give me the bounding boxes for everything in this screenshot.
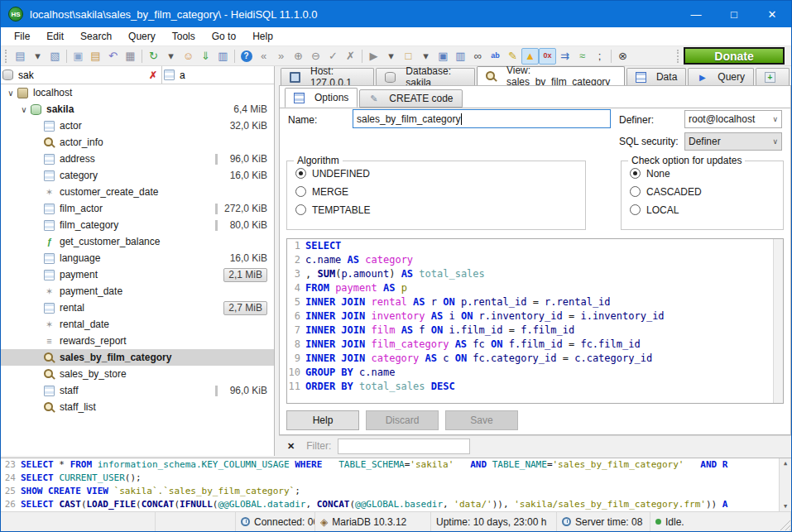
clear-database-filter-button[interactable]: ✗ (146, 69, 160, 81)
tree-item-sales-by-film-category[interactable]: sales_by_film_category (1, 349, 274, 366)
export-database-button[interactable]: ⇓ (197, 48, 214, 65)
tree-item-actor[interactable]: actor32,0 KiB (1, 117, 274, 134)
menu-edit[interactable]: Edit (38, 28, 72, 45)
tab-query[interactable]: ▶Query (688, 68, 754, 85)
help-button[interactable]: Help (286, 410, 359, 430)
name-input[interactable]: sales_by_film_category (353, 109, 611, 128)
insert-row-button[interactable]: ⊕ (290, 48, 307, 65)
tree-item-staff[interactable]: staff96,0 KiB (1, 382, 274, 399)
warn-unsafe-toggle[interactable]: ▲ (521, 48, 539, 65)
tree-item-film-actor[interactable]: film_actor272,0 KiB (1, 200, 274, 217)
help-button[interactable]: ? (238, 48, 255, 65)
tree-item-film-category[interactable]: film_category80,0 KiB (1, 217, 274, 233)
cancel-editing-button[interactable]: ✗ (342, 48, 359, 65)
tree-item-localhost[interactable]: ∨localhost (1, 84, 274, 101)
find-button[interactable]: ∞ (469, 48, 487, 65)
definer-combo[interactable]: root@localhost∨ (684, 110, 782, 128)
tab-database-sakila[interactable]: Database: sakila (376, 68, 475, 85)
menu-go-to[interactable]: Go to (204, 28, 244, 45)
run-query-button[interactable]: ▶ (365, 48, 382, 65)
save-data-button[interactable]: ▥ (214, 48, 232, 65)
paste-button[interactable]: ▤ (87, 48, 104, 65)
first-row-button[interactable]: « (255, 48, 272, 65)
radio-none[interactable]: None (630, 167, 783, 180)
menu-help[interactable]: Help (244, 28, 281, 45)
session-manager-dropdown[interactable]: ▾ (29, 48, 46, 65)
tree-item-language[interactable]: language16,0 KiB (1, 250, 274, 266)
chevron-down-icon[interactable]: ∨ (4, 89, 17, 98)
scroll-down-icon[interactable]: ▼ (784, 503, 787, 510)
replace-button[interactable]: ab (487, 48, 504, 65)
database-filter-input[interactable] (18, 69, 146, 81)
tree-item-actor-info[interactable]: actor_info (1, 134, 274, 151)
close-button[interactable]: ✕ (753, 1, 791, 27)
tab-options[interactable]: Options (285, 88, 358, 108)
reconnect-button[interactable]: ≈ (574, 48, 591, 65)
new-window-button[interactable]: ▧ (46, 48, 64, 65)
tab-create-code[interactable]: ✎CREATE code (359, 89, 462, 108)
radio-undefined[interactable]: UNDEFINED (295, 167, 585, 180)
filter-input[interactable] (338, 439, 470, 454)
print-icon: ▦ (125, 50, 135, 61)
beautify-button[interactable]: ✎ (504, 48, 521, 65)
radio-merge[interactable]: MERGE (295, 185, 585, 198)
radio-temptable[interactable]: TEMPTABLE (295, 204, 585, 216)
save-sql-button[interactable]: ▣ (434, 48, 452, 65)
view-icon (44, 402, 55, 413)
chevron-down-icon[interactable]: ∨ (17, 105, 31, 114)
editor-scrollbar[interactable] (773, 239, 783, 403)
tree-item-rewards-report[interactable]: ≡rewards_report (1, 333, 274, 349)
view-body-editor[interactable]: 1SELECT2c.name AS category3, SUM(p.amoun… (286, 238, 784, 404)
tree-item-rental[interactable]: rental2,7 MiB (1, 300, 274, 316)
last-row-button[interactable]: » (272, 48, 290, 65)
table-filter-input[interactable] (180, 69, 275, 81)
tree-item-customer-create-date[interactable]: ✶customer_create_date (1, 184, 274, 200)
tree-item-category[interactable]: category16,0 KiB (1, 167, 274, 184)
line-number: 26 (1, 498, 21, 511)
tree-item-get-customer-balance[interactable]: ƒget_customer_balance (1, 233, 274, 250)
stop-button[interactable]: ⊗ (614, 48, 631, 65)
radio-local[interactable]: LOCAL (630, 204, 783, 216)
tree-item-staff-list[interactable]: staff_list (1, 399, 274, 415)
donate-button[interactable]: Donate (684, 47, 785, 65)
radio-cascaded[interactable]: CASCADED (630, 185, 783, 198)
session-manager-button[interactable]: ▤ (12, 48, 29, 65)
open-file-dropdown[interactable]: ▾ (417, 48, 434, 65)
semicolon-button[interactable]: ; (591, 48, 608, 65)
tree-item-payment[interactable]: payment2,1 MiB (1, 266, 274, 283)
new-tab-button[interactable]: + (756, 68, 790, 85)
log-scrollbar[interactable]: ▲▼ (779, 458, 791, 511)
binary-as-hex-toggle[interactable]: 0x (539, 48, 556, 65)
user-manager-button[interactable]: ☺ (180, 48, 197, 65)
save-sql-as-icon: ▥ (455, 50, 465, 61)
insert-parameters-button[interactable]: ⇉ (556, 48, 574, 65)
minimize-button[interactable]: — (677, 1, 715, 27)
maximize-button[interactable]: □ (715, 1, 753, 27)
tab-host-127-0-0-1[interactable]: Host: 127.0.0.1 (281, 68, 374, 85)
post-changes-button[interactable]: ✓ (324, 48, 342, 65)
line-number: 24 (1, 472, 21, 485)
menu-query[interactable]: Query (120, 28, 164, 45)
undo-button[interactable]: ↶ (104, 48, 122, 65)
menu-file[interactable]: File (6, 28, 38, 45)
open-sql-file-button[interactable]: □ (400, 48, 417, 65)
tree-item-sakila[interactable]: ∨sakila6,4 MiB (1, 101, 274, 117)
tab-view-sales-by-film-category[interactable]: View: sales_by_film_category (477, 66, 625, 85)
tree-item-rental-date[interactable]: ✶rental_date (1, 316, 274, 333)
tree-item-sales-by-store[interactable]: sales_by_store (1, 366, 274, 382)
delete-row-button[interactable]: ⊖ (307, 48, 324, 65)
scroll-up-icon[interactable]: ▲ (784, 460, 787, 467)
refresh-dropdown[interactable]: ▾ (162, 48, 180, 65)
close-filter-icon[interactable]: ✕ (287, 441, 295, 452)
sql-security-combo[interactable]: Definer∨ (684, 132, 782, 151)
tab-data[interactable]: Data (626, 68, 686, 85)
menu-search[interactable]: Search (72, 28, 120, 45)
tree-item-payment-date[interactable]: ✶payment_date (1, 283, 274, 300)
print-button[interactable]: ▦ (122, 48, 139, 65)
menu-tools[interactable]: Tools (164, 28, 204, 45)
save-sql-as-button[interactable]: ▥ (452, 48, 469, 65)
run-query-dropdown[interactable]: ▾ (382, 48, 400, 65)
refresh-button[interactable]: ↻ (145, 48, 162, 65)
copy-button[interactable]: ▣ (70, 48, 87, 65)
tree-item-address[interactable]: address96,0 KiB (1, 151, 274, 167)
